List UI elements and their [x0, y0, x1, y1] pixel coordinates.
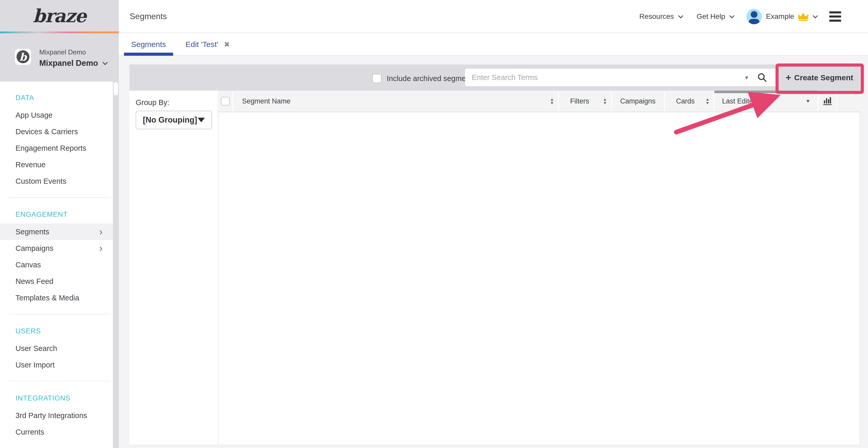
sidebar-item-canvas[interactable]: Canvas	[0, 256, 113, 273]
column-header-analytics[interactable]	[817, 91, 836, 112]
sidebar-item-devices-carriers[interactable]: Devices & Carriers	[0, 123, 113, 140]
main-area: Segments Resources Get Help Example	[119, 0, 868, 448]
sidebar-item-templates-media[interactable]: Templates & Media	[0, 289, 113, 306]
select-all-checkbox[interactable]	[221, 97, 230, 106]
chevron-right-icon: ›	[99, 226, 102, 237]
workspace-app-name[interactable]: Mixpanel Demo	[39, 59, 106, 68]
sort-down-icon: ▼	[550, 101, 554, 105]
user-avatar[interactable]	[746, 9, 762, 24]
tab-segments[interactable]: Segments	[124, 34, 173, 55]
get-help-menu[interactable]: Get Help	[697, 12, 733, 21]
page-title: Segments	[130, 12, 167, 21]
sort-icon[interactable]: ▲ ▼	[706, 98, 709, 105]
sidebar-divider	[9, 197, 110, 198]
tabs-bar: Segments Edit 'Test' ✖	[119, 34, 868, 56]
column-header-cards[interactable]: Cards ▲ ▼	[664, 91, 714, 112]
group-by-panel: Group By: [No Grouping]	[129, 91, 218, 445]
bar-chart-icon	[823, 97, 832, 106]
include-archived-checkbox[interactable]	[372, 74, 381, 83]
search-box: ▼	[465, 69, 778, 86]
sidebar-scrollbar-track[interactable]	[113, 81, 119, 448]
column-header-campaigns[interactable]: Campaigns	[611, 91, 664, 112]
sidebar-nav: DATA App Usage Devices & Carriers Engage…	[0, 81, 113, 448]
column-label: Filters	[570, 97, 589, 105]
workspace-selector[interactable]: b Mixpanel Demo Mixpanel Demo	[0, 33, 119, 81]
brand-gradient-divider	[0, 32, 119, 33]
chevron-down-icon	[102, 60, 108, 65]
select-all-checkbox-cell	[218, 91, 232, 112]
hamburger-menu-icon[interactable]	[829, 11, 841, 22]
active-tab-underline	[124, 53, 173, 56]
sort-down-icon: ▼	[603, 101, 607, 105]
sidebar-item-app-usage[interactable]: App Usage	[0, 107, 113, 123]
sidebar-divider	[9, 381, 110, 381]
search-dropdown-caret-icon[interactable]: ▼	[744, 75, 749, 81]
selected-column-indicator	[714, 91, 817, 93]
workspace-app-icon: b	[15, 49, 31, 65]
tab-edit-test-label: Edit 'Test'	[185, 40, 218, 49]
tab-edit-test[interactable]: Edit 'Test' ✖	[185, 34, 230, 55]
content-area: Include archived segments ▼ + Create Seg…	[119, 56, 868, 448]
sidebar-item-user-search[interactable]: User Search	[0, 340, 113, 357]
chevron-down-icon	[678, 13, 683, 18]
braze-logo[interactable]: braze	[33, 5, 86, 27]
sidebar-item-3rd-party-integrations[interactable]: 3rd Party Integrations	[0, 407, 113, 424]
plus-icon: +	[785, 73, 791, 82]
chevron-right-icon: ›	[99, 243, 102, 254]
sidebar-section-data: DATA	[0, 89, 113, 107]
sidebar-item-campaigns-label: Campaigns	[16, 244, 54, 253]
crown-icon	[798, 12, 809, 21]
sidebar-scrollbar-thumb[interactable]	[114, 82, 118, 96]
sidebar-item-segments-label: Segments	[16, 228, 49, 236]
group-by-dropdown[interactable]: [No Grouping]	[135, 111, 212, 129]
sort-down-icon: ▼	[706, 101, 709, 105]
chevron-down-icon	[813, 13, 818, 18]
sidebar-item-user-import[interactable]: User Import	[0, 357, 113, 373]
column-header-segment-name[interactable]: Segment Name ▲ ▼	[232, 91, 558, 112]
sort-icon[interactable]: ▲ ▼	[550, 98, 554, 105]
create-segment-label: Create Segment	[794, 73, 853, 82]
include-archived-label: Include archived segments	[387, 65, 476, 91]
sidebar-item-custom-events[interactable]: Custom Events	[0, 173, 113, 189]
sidebar-section-engagement: ENGAGEMENT	[0, 205, 113, 223]
segments-toolbar: Include archived segments ▼ + Create Seg…	[129, 65, 862, 91]
top-menu: Resources Get Help Example	[640, 0, 868, 33]
sidebar-item-currents[interactable]: Currents	[0, 424, 113, 440]
top-header: Segments Resources Get Help Example	[119, 0, 868, 33]
account-name[interactable]: Example	[766, 12, 794, 21]
chevron-down-icon	[729, 13, 735, 18]
column-header-last-edited[interactable]: Last Edited ▼	[714, 91, 817, 112]
logo-block: braze	[0, 0, 119, 32]
column-label: Campaigns	[620, 97, 656, 105]
avatar-person-icon	[749, 19, 760, 24]
create-segment-button[interactable]: + Create Segment	[779, 68, 860, 88]
search-input[interactable]	[465, 69, 778, 86]
table-body-empty	[218, 112, 860, 445]
group-by-label: Group By:	[135, 98, 169, 107]
sidebar-item-engagement-reports[interactable]: Engagement Reports	[0, 140, 113, 157]
sidebar-item-segments[interactable]: Segments ›	[0, 223, 113, 240]
braze-dashboard: braze b Mixpanel Demo Mixpanel Demo DATA…	[0, 0, 868, 448]
left-rail: braze b Mixpanel Demo Mixpanel Demo DATA…	[0, 0, 119, 448]
resources-label: Resources	[640, 12, 674, 21]
caret-down-icon[interactable]: ▼	[805, 98, 810, 104]
column-label: Last Edited	[722, 97, 757, 105]
search-icon[interactable]	[757, 72, 767, 82]
column-label: Segment Name	[242, 97, 291, 105]
sort-icon[interactable]: ▲ ▼	[603, 98, 607, 105]
sidebar-divider	[9, 314, 110, 314]
group-by-value: [No Grouping]	[143, 115, 197, 125]
caret-down-icon	[197, 118, 205, 122]
resources-menu[interactable]: Resources	[640, 12, 682, 21]
workspace-app-label: Mixpanel Demo	[39, 59, 98, 68]
sidebar-item-news-feed[interactable]: News Feed	[0, 273, 113, 289]
column-label: Cards	[676, 97, 695, 105]
sidebar-item-revenue[interactable]: Revenue	[0, 157, 113, 173]
close-icon[interactable]: ✖	[224, 40, 230, 49]
workspace-company-name: Mixpanel Demo	[39, 48, 86, 56]
column-header-empty	[836, 91, 860, 112]
avatar-person-icon	[751, 11, 757, 18]
column-header-filters[interactable]: Filters ▲ ▼	[558, 91, 611, 112]
b-icon: b	[17, 50, 29, 63]
sidebar-item-campaigns[interactable]: Campaigns ›	[0, 240, 113, 256]
